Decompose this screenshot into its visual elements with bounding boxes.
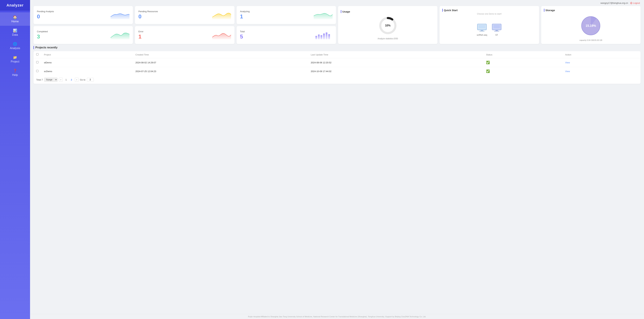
prev-page-button[interactable]: ‹ — [59, 78, 63, 82]
storage-card: Storage 15.19% capacity:3.04 GB/20.00 GB — [541, 6, 640, 44]
st-icon — [491, 23, 503, 33]
chart-pending-resources — [212, 11, 231, 19]
row-checkbox-0[interactable] — [36, 61, 38, 63]
sidebar-label-home: Home — [11, 20, 19, 23]
demo-st[interactable]: ST — [491, 23, 503, 36]
row-updated-1: 2024-10-09 17:44:02 — [308, 67, 483, 76]
usage-subtitle: Analyze statistics:5/50 — [378, 38, 398, 40]
stat-error: Error 1 — [135, 26, 234, 44]
sidebar-item-data[interactable]: 📊 Data — [0, 26, 30, 39]
svg-rect-15 — [318, 34, 320, 39]
goto-input[interactable] — [87, 78, 94, 82]
total-label: Total 7 — [36, 78, 43, 81]
page-2[interactable]: 2 — [70, 78, 74, 82]
storage-capacity: capacity:3.04 GB/20.00 GB — [580, 39, 602, 41]
stat-value-error: 1 — [138, 34, 143, 40]
pagination: Total 7 5/page 10/page ‹ 1 2 › Go to — [34, 76, 640, 84]
status-ok-icon-1: ✅ — [486, 70, 490, 73]
footer: Ruijin Hospital Affiliated to Shanghai J… — [30, 314, 644, 319]
quickstart-subtitle: Choose one Demo to start! — [442, 13, 536, 15]
per-page-select[interactable]: 5/page 10/page — [44, 78, 58, 82]
usage-percent: 10% — [385, 24, 390, 27]
svg-rect-10 — [496, 30, 498, 31]
projects-table: Project Created Time Last Update Time St… — [34, 51, 640, 84]
quickstart-demos: scRNA-seq ST — [442, 18, 536, 41]
stat-label-error: Error — [138, 30, 143, 33]
goto-label: Go to — [80, 78, 86, 81]
row-created-1: 2024-07-25 12:04:23 — [133, 67, 308, 76]
quickstart-card: Quick Start Choose one Demo to start! — [440, 6, 539, 44]
row-updated-0: 2024-08-06 12:20:52 — [308, 58, 483, 67]
col-created: Created Time — [133, 51, 308, 58]
sidebar-item-project[interactable]: 📁 Project — [0, 52, 30, 66]
projects-section: Projects recently Project Created Time L… — [30, 46, 644, 314]
user-email: wangzy17@tsinghua.org.cn — [600, 2, 628, 4]
storage-percent: 15.19% — [586, 24, 596, 28]
analysis-icon: 🌐 — [13, 42, 17, 46]
next-page-button[interactable]: › — [75, 78, 79, 82]
row-name-0: stDemo — [41, 58, 133, 67]
table-row: scDemo 2024-07-25 12:04:23 2024-10-09 17… — [34, 67, 640, 76]
svg-rect-17 — [323, 34, 325, 39]
stat-label-analyzing: Analyzing — [240, 10, 250, 13]
topbar: wangzy17@tsinghua.org.cn ⏻ Logout — [30, 0, 644, 6]
row-created-0: 2024-08-02 14:29:07 — [133, 58, 308, 67]
main-content: wangzy17@tsinghua.org.cn ⏻ Logout Pendin… — [30, 0, 644, 319]
sidebar-item-analysis[interactable]: 🌐 Analysis — [0, 39, 30, 52]
home-icon: 🏠 — [13, 15, 17, 19]
stat-value-completed: 3 — [37, 34, 48, 40]
view-link-0[interactable]: View — [565, 61, 570, 64]
sidebar-label-analysis: Analysis — [10, 47, 20, 50]
logout-button[interactable]: ⏻ Logout — [630, 2, 640, 4]
svg-rect-16 — [320, 35, 322, 39]
col-updated: Last Update Time — [308, 51, 483, 58]
chart-total — [314, 31, 332, 39]
status-ok-icon-0: ✅ — [486, 61, 490, 64]
sidebar-label-data: Data — [12, 33, 18, 36]
sidebar-label-help: Help — [12, 74, 18, 76]
sidebar-item-help[interactable]: ❓ Help — [0, 66, 30, 79]
footer-text: Ruijin Hospital Affiliated to Shanghai J… — [248, 316, 426, 318]
usage-title: Usage — [341, 10, 350, 13]
stat-analyzing: Analyzing 1 — [236, 6, 336, 24]
stats-grid: Pending Analysis 0 Pending Resources 0 — [30, 6, 644, 46]
st-label: ST — [495, 34, 498, 36]
stat-label-total: Total — [240, 30, 245, 33]
project-icon: 📁 — [13, 55, 17, 60]
storage-title: Storage — [544, 9, 555, 12]
svg-rect-6 — [479, 31, 484, 32]
demo-scrna-seq[interactable]: scRNA-seq — [476, 23, 488, 36]
svg-rect-9 — [494, 25, 500, 28]
row-checkbox-1[interactable] — [36, 70, 38, 72]
stat-total: Total 5 — [236, 26, 336, 44]
stat-value-pending-analysis: 0 — [37, 14, 54, 20]
stat-label-pending-analysis: Pending Analysis — [37, 10, 54, 13]
sidebar-label-project: Project — [11, 60, 20, 63]
app-logo: Analyzer — [0, 0, 30, 11]
chart-analyzing — [314, 11, 332, 19]
table-row: stDemo 2024-08-02 14:29:07 2024-08-06 12… — [34, 58, 640, 67]
usage-donut: 10% — [378, 16, 397, 35]
select-all-checkbox[interactable] — [36, 53, 38, 56]
page-1[interactable]: 1 — [64, 78, 68, 82]
col-status: Status — [483, 51, 562, 58]
chart-pending-analysis — [110, 11, 130, 19]
scrna-seq-icon — [476, 23, 488, 33]
svg-rect-14 — [316, 36, 317, 39]
power-icon: ⏻ — [630, 2, 632, 4]
view-link-1[interactable]: View — [565, 70, 570, 72]
sidebar-item-home[interactable]: 🏠 Home — [0, 12, 30, 26]
svg-rect-19 — [328, 34, 330, 39]
stat-label-completed: Completed — [37, 30, 48, 33]
projects-title: Projects recently — [34, 46, 640, 49]
chart-error — [212, 31, 231, 39]
sidebar: Analyzer 🏠 Home 📊 Data 🌐 Analysis 📁 Proj… — [0, 0, 30, 319]
stat-value-total: 5 — [240, 34, 245, 40]
stat-pending-resources: Pending Resources 0 — [135, 6, 234, 24]
svg-rect-11 — [494, 31, 499, 32]
svg-rect-5 — [481, 30, 483, 31]
stat-completed: Completed 3 — [34, 26, 133, 44]
quickstart-title: Quick Start — [442, 9, 536, 12]
data-icon: 📊 — [13, 28, 17, 32]
row-status-0: ✅ — [483, 58, 562, 67]
